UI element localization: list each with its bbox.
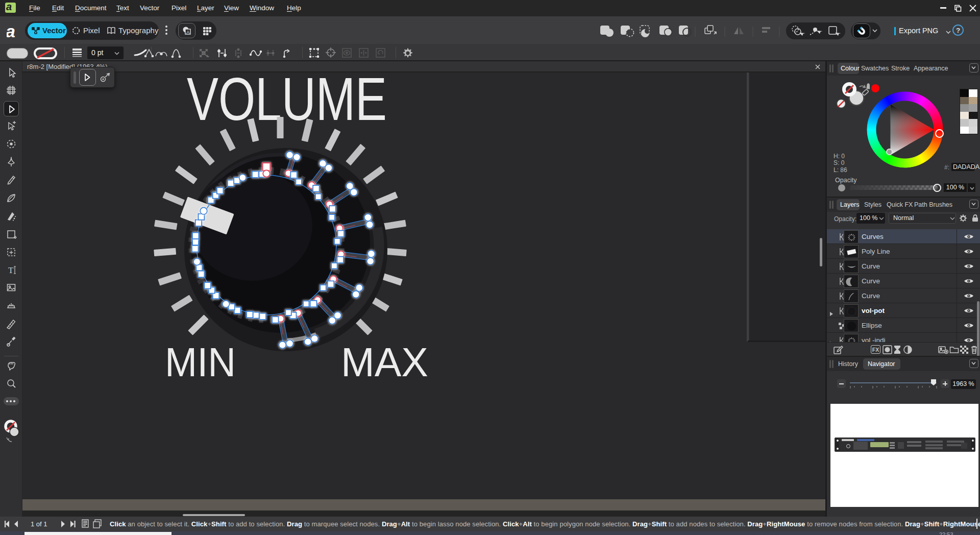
svg-text:MAX: MAX	[341, 339, 428, 385]
svg-text:VOLUME: VOLUME	[187, 72, 387, 133]
svg-text:MIN: MIN	[165, 339, 236, 385]
svg-text:A: A	[186, 30, 189, 35]
svg-text:T: T	[8, 265, 14, 275]
svg-text:a: a	[7, 23, 15, 40]
